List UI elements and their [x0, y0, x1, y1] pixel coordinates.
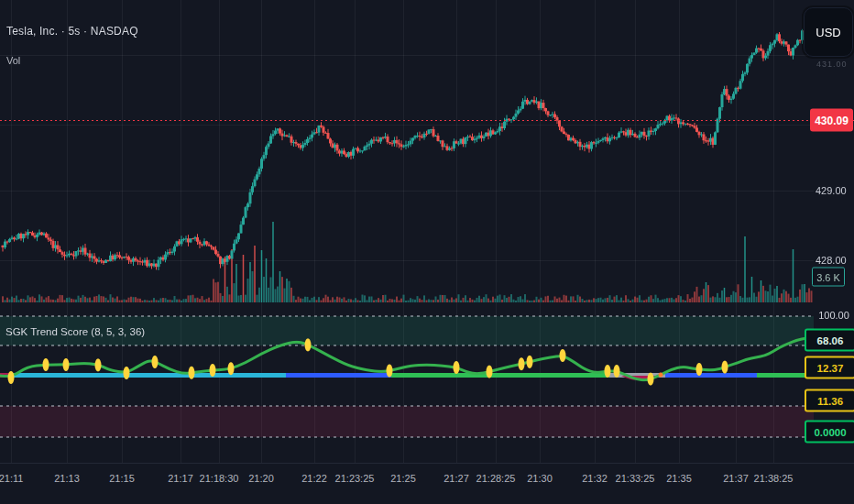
time-tick-label: 21:28:25 — [476, 473, 516, 484]
last-price-badge: 430.09 — [810, 109, 853, 132]
indicator-value-badge: 12.37 — [805, 356, 854, 379]
volume-legend-label[interactable]: Vol — [6, 55, 138, 66]
time-tick-label: 21:38:25 — [754, 473, 794, 484]
price-axis-label-dim: 431.00 — [816, 60, 848, 69]
time-tick-label: 21:22 — [301, 473, 327, 484]
price-axis-label: 429.00 — [816, 185, 847, 196]
time-tick-label: 21:30 — [527, 473, 553, 484]
price-axis-label: 428.00 — [816, 255, 847, 266]
time-tick-label: 21:32 — [582, 473, 608, 484]
time-tick-label: 21:35 — [666, 473, 692, 484]
time-tick-label: 21:18:30 — [200, 473, 239, 484]
time-tick-label: 21:23:25 — [335, 473, 375, 484]
indicator-value-badge: 11.36 — [805, 389, 854, 412]
indicator-value-badge: 0.0000 — [805, 421, 854, 444]
time-tick-label: 21:15 — [109, 473, 135, 484]
time-tick-label: 21:17 — [168, 473, 193, 484]
chart-legend: Tesla, Inc. · 5s · NASDAQ Vol — [6, 25, 138, 66]
currency-usd-button[interactable]: USD — [804, 7, 853, 57]
trading-chart-window: Tesla, Inc. · 5s · NASDAQ Vol USD 431.00… — [0, 0, 854, 504]
indicator-value-badge: 68.06 — [805, 329, 854, 352]
time-axis[interactable]: 21:1121:1321:1521:1721:18:3021:2021:2221… — [0, 463, 854, 504]
symbol-title[interactable]: Tesla, Inc. · 5s · NASDAQ — [6, 25, 138, 38]
time-tick-label: 21:27 — [443, 473, 469, 484]
last-volume-badge: 3.6 K — [812, 268, 845, 287]
time-tick-label: 21:37 — [723, 473, 749, 484]
time-tick-label: 21:20 — [248, 473, 274, 484]
indicator-axis-label: 100.00 — [814, 310, 854, 321]
indicator-title[interactable]: SGK Trend Score (8, 5, 3, 36) — [5, 326, 145, 337]
time-tick-label: 21:33:25 — [616, 473, 655, 484]
time-tick-label: 21:13 — [54, 473, 80, 484]
time-tick-label: 21:25 — [390, 473, 416, 484]
time-tick-label: 21:11 — [0, 473, 23, 484]
